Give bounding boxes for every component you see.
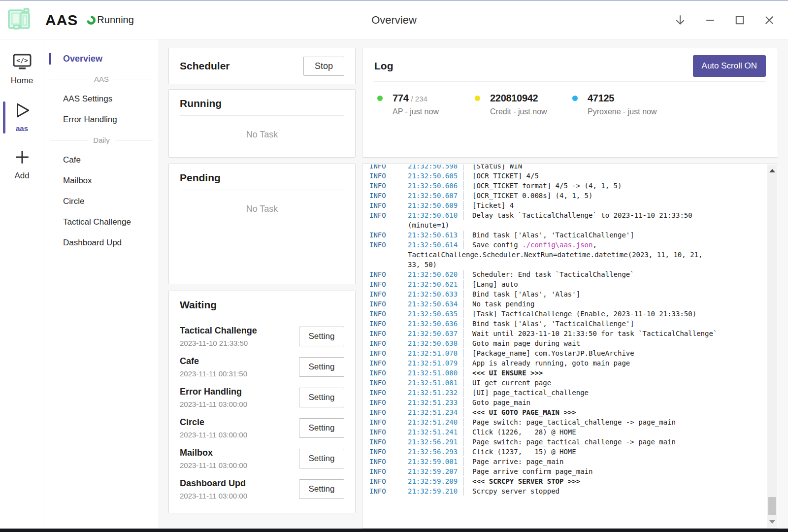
waiting-task-row: Mailbox 2023-11-11 03:00:00 Setting bbox=[180, 443, 344, 474]
waiting-task-row: Tactical Challenge 2023-11-10 21:33:50 S… bbox=[180, 321, 344, 352]
app-logo-icon bbox=[6, 5, 34, 35]
log-line: INFO21:32:59.209<<< SCRCPY SERVER STOP >… bbox=[369, 476, 767, 486]
log-line: INFO21:32:51.080<<< UI ENSURE >>> bbox=[369, 368, 767, 378]
log-line: INFO21:32:50.620Scheduler: End task `Tac… bbox=[369, 269, 767, 279]
log-line: INFO21:32:50.637Wait until 2023-11-10 21… bbox=[369, 329, 767, 338]
log-line: INFO21:32:59.210Scrcpy server stopped bbox=[369, 486, 767, 496]
log-line: INFO21:32:50.607[OCR_TICKET 0.008s] (4, … bbox=[369, 191, 767, 200]
close-icon[interactable] bbox=[762, 13, 776, 27]
scroll-up-icon[interactable] bbox=[767, 166, 777, 175]
active-indicator bbox=[49, 53, 51, 65]
menu-sidebar: Overview AAS AAS Settings Error Handling… bbox=[44, 39, 159, 529]
minimize-icon[interactable] bbox=[703, 13, 717, 27]
log-stats: 774/ 234 AP - just now 220810942 Credit … bbox=[374, 93, 766, 116]
running-title: Running bbox=[180, 98, 344, 109]
log-line: INFO21:32:56.291Page switch: page_tactic… bbox=[369, 437, 767, 447]
task-setting-button[interactable]: Setting bbox=[299, 479, 344, 499]
rail-item-aas[interactable]: aas bbox=[0, 99, 44, 136]
log-line: INFO21:32:50.610Delay task `TacticalChal… bbox=[369, 210, 767, 220]
log-stat: 47125 Pyroxene - just now bbox=[569, 93, 667, 116]
log-line: INFO21:32:50.605[OCR_TICKET] 4/5 bbox=[369, 171, 767, 181]
log-line: INFO21:32:59.001Page arrive: page_main bbox=[369, 457, 767, 466]
log-title: Log bbox=[374, 60, 393, 72]
sidebar-item-aas-settings[interactable]: AAS Settings bbox=[44, 89, 159, 109]
plus-icon bbox=[14, 149, 30, 167]
main-area: Scheduler Stop Running No Task Pending N… bbox=[159, 39, 788, 529]
waiting-task-row: Error Handling 2023-11-11 03:00:00 Setti… bbox=[180, 382, 344, 413]
scrollbar-thumb[interactable] bbox=[768, 497, 776, 515]
log-body[interactable]: INFO21:32:50.598[Status] WIN INFO21:32:5… bbox=[363, 165, 767, 528]
sidebar-section-separator: Daily bbox=[44, 130, 159, 150]
task-setting-button[interactable]: Setting bbox=[299, 418, 344, 438]
log-line-continuation: (minute=1) bbox=[369, 220, 767, 230]
running-card: Running No Task bbox=[168, 89, 356, 158]
sidebar-item-cafe[interactable]: Cafe bbox=[44, 150, 159, 170]
app-name: AAS bbox=[45, 12, 78, 29]
rail-item-add[interactable]: Add bbox=[0, 145, 44, 185]
waiting-task-list: Tactical Challenge 2023-11-10 21:33:50 S… bbox=[180, 321, 344, 504]
log-line-continuation: 33, 50) bbox=[369, 260, 767, 269]
scheduler-card: Scheduler Stop bbox=[168, 48, 356, 84]
pending-empty-text: No Task bbox=[180, 204, 344, 214]
download-update-icon[interactable] bbox=[673, 12, 688, 28]
running-spinner-icon bbox=[85, 14, 98, 26]
log-line: INFO21:32:50.614Save config ./config\aas… bbox=[369, 240, 767, 250]
task-setting-button[interactable]: Setting bbox=[299, 327, 344, 346]
play-icon bbox=[14, 102, 30, 120]
running-empty-text: No Task bbox=[180, 130, 344, 140]
task-setting-button[interactable]: Setting bbox=[299, 388, 344, 407]
waiting-title: Waiting bbox=[180, 299, 344, 311]
log-line: INFO21:32:50.633Bind task ['Alas', 'Alas… bbox=[369, 289, 767, 299]
stat-dot-icon bbox=[475, 96, 480, 101]
log-stat: 220810942 Credit - just now bbox=[472, 93, 569, 116]
sidebar-item-overview[interactable]: Overview bbox=[44, 48, 159, 69]
sidebar-item-dashboard-upd[interactable]: Dashboard Upd bbox=[44, 233, 159, 253]
scheduler-status: Running bbox=[87, 14, 134, 26]
window-controls bbox=[673, 1, 776, 39]
log-line: INFO21:32:59.207Page arrive confirm page… bbox=[369, 466, 767, 476]
log-line: INFO21:32:51.079App is already running, … bbox=[369, 358, 767, 368]
log-line: INFO21:32:51.232[UI] page_tactical_chall… bbox=[369, 388, 767, 398]
titlebar: AAS Running Overview bbox=[0, 1, 788, 39]
auto-scroll-button[interactable]: Auto Scroll ON bbox=[693, 55, 766, 77]
log-viewer: INFO21:32:50.598[Status] WIN INFO21:32:5… bbox=[362, 164, 778, 529]
waiting-card: Waiting Tactical Challenge 2023-11-10 21… bbox=[168, 291, 356, 513]
task-setting-button[interactable]: Setting bbox=[299, 449, 344, 468]
task-setting-button[interactable]: Setting bbox=[299, 357, 344, 377]
divider bbox=[180, 190, 344, 190]
waiting-task-row: Cafe 2023-11-11 00:31:50 Setting bbox=[180, 352, 344, 382]
log-line: INFO21:32:50.634No task pending bbox=[369, 299, 767, 309]
rail-item-home[interactable]: </> Home bbox=[0, 49, 44, 90]
sidebar-section-separator: AAS bbox=[44, 69, 159, 89]
stat-dot-icon bbox=[377, 96, 383, 101]
status-label: Running bbox=[97, 14, 134, 26]
log-line: INFO21:32:51.081UI get current page bbox=[369, 378, 767, 388]
scroll-down-icon[interactable] bbox=[767, 517, 777, 527]
waiting-task-row: Dashboard Upd 2023-11-11 03:00:00 Settin… bbox=[180, 474, 344, 504]
log-stat: 774/ 234 AP - just now bbox=[374, 93, 472, 116]
sidebar-item-mailbox[interactable]: Mailbox bbox=[44, 170, 159, 191]
maximize-icon[interactable] bbox=[733, 13, 747, 27]
log-line: INFO21:32:50.606[OCR_TICKET format] 4/5 … bbox=[369, 181, 767, 191]
icon-rail: </> Home aas bbox=[0, 39, 44, 529]
pending-title: Pending bbox=[180, 172, 344, 184]
log-card: Log Auto Scroll ON 774/ 234 AP - just no… bbox=[362, 48, 778, 158]
stat-dot-icon bbox=[572, 96, 578, 101]
log-line: INFO21:32:50.598[Status] WIN bbox=[369, 165, 767, 171]
log-line: INFO21:32:50.609[Ticket] 4 bbox=[369, 200, 767, 210]
divider bbox=[374, 81, 766, 82]
sidebar-item-tactical-challenge[interactable]: Tactical Challenge bbox=[44, 212, 159, 233]
window-bottom-edge bbox=[0, 529, 788, 532]
log-line: INFO21:32:51.234<<< UI GOTO PAGE_MAIN >>… bbox=[369, 407, 767, 417]
log-line: INFO21:32:50.636Bind task ['Alas', 'Tact… bbox=[369, 319, 767, 329]
log-line: INFO21:32:50.613Bind task ['Alas', 'Tact… bbox=[369, 230, 767, 240]
stop-button[interactable]: Stop bbox=[303, 57, 344, 76]
home-icon: </> bbox=[12, 53, 32, 72]
log-line: INFO21:32:56.293Click (1237, 15) @ HOME bbox=[369, 447, 767, 457]
sidebar-item-error-handling[interactable]: Error Handling bbox=[44, 109, 159, 130]
log-line: INFO21:32:50.638Goto main page during wa… bbox=[369, 338, 767, 348]
waiting-task-row: Circle 2023-11-11 03:00:00 Setting bbox=[180, 413, 344, 443]
divider bbox=[180, 317, 344, 317]
svg-text:</>: </> bbox=[16, 57, 28, 64]
sidebar-item-circle[interactable]: Circle bbox=[44, 191, 159, 212]
